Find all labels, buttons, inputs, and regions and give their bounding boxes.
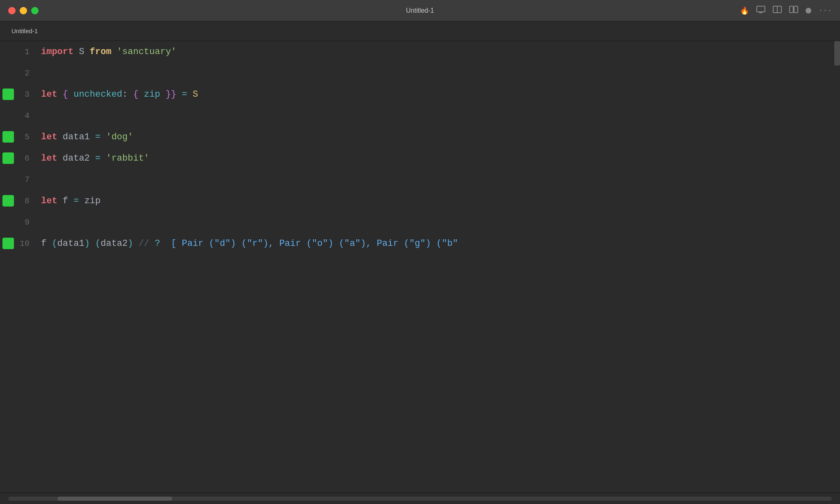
titlebar: Untitled-1 🔥 ···	[0, 0, 840, 21]
token-data1-10: data1	[57, 238, 84, 249]
line-row-1: 1	[0, 41, 33, 62]
breakpoint-10[interactable]	[2, 238, 14, 249]
window-title: Untitled-1	[406, 7, 434, 14]
vscrollbar-thumb[interactable]	[834, 41, 840, 66]
token-import: import	[41, 47, 73, 57]
token-q10: ?	[155, 238, 160, 249]
token-eq3: =	[182, 89, 187, 100]
code-area[interactable]: import S from 'sanctuary' let { unchecke…	[33, 41, 840, 493]
line-number-1: 1	[16, 47, 33, 57]
code-line-1: import S from 'sanctuary'	[41, 41, 840, 62]
code-line-5: let data1 = 'dog'	[41, 126, 840, 148]
breakpoint-8[interactable]	[2, 195, 14, 207]
token-colon3: :	[122, 89, 133, 100]
columns-icon[interactable]	[773, 6, 782, 15]
token-data2-ident: data2	[57, 153, 95, 163]
line-number-5: 5	[16, 132, 33, 142]
token-paren10c: (	[95, 238, 100, 249]
maximize-button[interactable]	[31, 7, 39, 14]
token-comment10: //	[139, 238, 149, 249]
breakpoint-4[interactable]	[2, 110, 14, 121]
token-space6	[100, 153, 106, 163]
token-result10: [ Pair ("d") ("r"), Pair ("o") ("a"), Pa…	[171, 238, 458, 249]
token-paren10a: (	[52, 238, 57, 249]
token-brace3b: {	[133, 89, 138, 100]
split-icon[interactable]	[789, 6, 798, 15]
token-space10d	[149, 238, 155, 249]
token-space10b	[90, 238, 95, 249]
token-space3b	[68, 89, 73, 100]
token-empty4	[41, 111, 46, 121]
more-options-icon[interactable]: ···	[819, 7, 832, 15]
tabbar: Untitled-1	[0, 21, 840, 41]
line-row-5: 5	[0, 126, 33, 148]
gutter: 1 2 3 4 5 6 7	[0, 41, 33, 493]
token-sanctuary: 'sanctuary'	[117, 47, 176, 57]
line-number-3: 3	[16, 90, 33, 99]
token-space5	[100, 132, 106, 142]
token-zip3: zip	[144, 89, 160, 100]
window-controls	[8, 7, 39, 14]
scrollbar-thumb[interactable]	[57, 497, 172, 501]
token-let3: let	[41, 89, 57, 100]
screen-icon[interactable]	[756, 6, 765, 15]
token-space8	[79, 196, 84, 206]
flame-icon[interactable]: 🔥	[740, 6, 749, 15]
minimize-button[interactable]	[20, 7, 27, 14]
line-number-9: 9	[16, 218, 33, 227]
token-dog: 'dog'	[106, 132, 133, 142]
line-number-2: 2	[16, 68, 33, 78]
token-S3: S	[193, 89, 198, 100]
close-button[interactable]	[8, 7, 16, 14]
breakpoint-5[interactable]	[2, 131, 14, 143]
breakpoint-2[interactable]	[2, 67, 14, 79]
token-zip8: zip	[84, 196, 101, 206]
line-number-4: 4	[16, 111, 33, 120]
titlebar-actions: 🔥 ···	[740, 6, 832, 15]
editor: 1 2 3 4 5 6 7	[0, 41, 840, 493]
token-brace3a: {	[63, 89, 68, 100]
token-paren10b: )	[84, 238, 90, 249]
svg-rect-6	[794, 6, 798, 13]
status-dot	[806, 8, 811, 14]
svg-rect-0	[757, 6, 765, 12]
token-empty2	[41, 68, 46, 78]
breakpoint-9[interactable]	[2, 216, 14, 228]
line-number-10: 10	[16, 239, 33, 248]
line-row-7: 7	[0, 169, 33, 190]
token-eq5: =	[95, 132, 100, 142]
line-number-6: 6	[16, 154, 33, 163]
token-space10a	[46, 238, 52, 249]
code-line-4	[41, 105, 840, 126]
breakpoint-1[interactable]	[2, 46, 14, 57]
tab-untitled[interactable]: Untitled-1	[7, 25, 43, 37]
breakpoint-6[interactable]	[2, 152, 14, 164]
token-brace3c: }}	[166, 89, 176, 100]
token-space3a	[57, 89, 63, 100]
line-row-10: 10	[0, 233, 33, 254]
code-line-6: let data2 = 'rabbit'	[41, 148, 840, 169]
token-let5: let	[41, 132, 57, 142]
scrollbar-track[interactable]	[8, 497, 832, 501]
token-eq6: =	[95, 153, 100, 163]
line-number-8: 8	[16, 196, 33, 206]
line-row-9: 9	[0, 211, 33, 233]
vertical-scrollbar[interactable]	[834, 41, 840, 493]
token-space3c	[139, 89, 144, 100]
code-line-3: let { unchecked : { zip }} = S	[41, 84, 840, 105]
line-row-8: 8	[0, 190, 33, 211]
token-space3d	[160, 89, 165, 100]
token-rabbit: 'rabbit'	[106, 153, 149, 163]
horizontal-scrollbar-container	[0, 493, 840, 504]
breakpoint-3[interactable]	[2, 89, 14, 100]
line-row-4: 4	[0, 105, 33, 126]
breakpoint-7[interactable]	[2, 174, 14, 185]
token-let6: let	[41, 153, 57, 163]
token-data2-10: data2	[100, 238, 128, 249]
line-row-3: 3	[0, 84, 33, 105]
line-row-2: 2	[0, 62, 33, 84]
code-line-9	[41, 211, 840, 233]
token-space3e	[176, 89, 182, 100]
code-line-10: f ( data1 ) ( data2 ) // ? [ Pair ("d") …	[41, 233, 840, 254]
token-S1: S	[73, 47, 90, 57]
